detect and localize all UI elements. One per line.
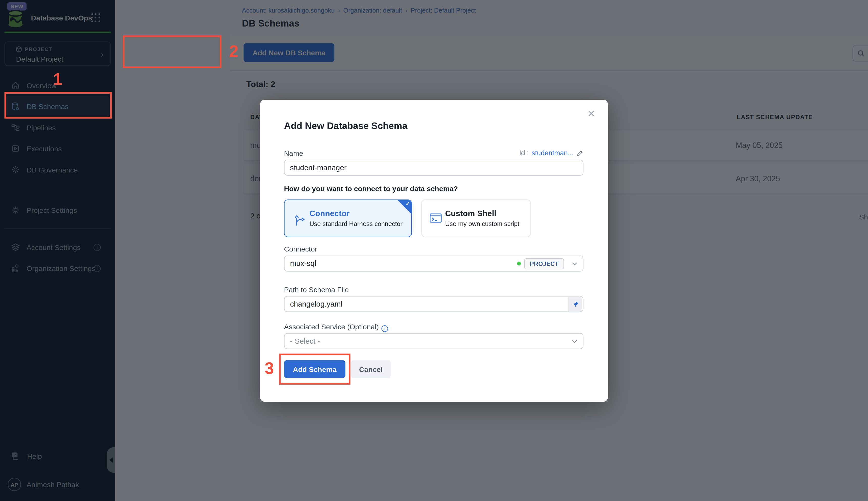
service-placeholder: - Select -: [290, 337, 320, 345]
connector-branch-icon: [292, 212, 306, 227]
name-label: Name: [284, 149, 303, 157]
terminal-icon: [429, 213, 442, 224]
option-title: Connector: [309, 209, 350, 218]
annotation-number-1: 1: [53, 70, 63, 89]
option-title: Custom Shell: [445, 209, 496, 218]
option-card-connector[interactable]: ✓ Connector Use standard Harness connect…: [284, 200, 412, 237]
path-input[interactable]: changelog.yaml: [284, 296, 583, 312]
service-label: Associated Service (Optional)i: [284, 322, 388, 332]
input-type-selector[interactable]: [568, 297, 582, 311]
scope-badge: PROJECT: [524, 258, 564, 269]
annotation-box-3: [279, 353, 351, 385]
id-label: Id :: [519, 149, 529, 157]
path-value: changelog.yaml: [290, 300, 342, 308]
modal-title: Add New Database Schema: [284, 121, 407, 132]
close-icon[interactable]: ✕: [586, 109, 597, 120]
connector-label: Connector: [284, 245, 317, 253]
edit-pencil-icon[interactable]: [576, 149, 584, 157]
path-label: Path to Schema File: [284, 285, 349, 294]
entity-id-row: Id : studentman...: [519, 149, 584, 157]
pin-icon: [572, 301, 579, 308]
id-value: studentman...: [532, 149, 573, 157]
annotation-box-2: [123, 35, 221, 68]
option-subtitle: Use standard Harness connector: [309, 221, 403, 227]
service-select[interactable]: - Select -: [284, 333, 583, 349]
chevron-down-icon: [572, 339, 577, 343]
chevron-down-icon: [572, 262, 577, 265]
connector-status-dot: [517, 262, 521, 265]
check-icon: ✓: [406, 201, 410, 206]
screen: NEW Database DevOps PROJECT Default Proj…: [0, 0, 868, 501]
cancel-button[interactable]: Cancel: [351, 360, 391, 378]
annotation-box-1: [4, 92, 112, 118]
option-subtitle: Use my own custom script: [445, 221, 519, 227]
option-card-custom-shell[interactable]: Custom Shell Use my own custom script: [421, 200, 531, 237]
info-icon[interactable]: i: [382, 325, 388, 332]
connect-question: How do you want to connect to your data …: [284, 184, 458, 193]
annotation-number-3: 3: [265, 359, 274, 378]
connector-select[interactable]: mux-sql PROJECT: [284, 256, 583, 272]
connector-value: mux-sql: [290, 259, 316, 268]
annotation-number-2: 2: [229, 42, 239, 61]
name-input[interactable]: [284, 160, 583, 176]
